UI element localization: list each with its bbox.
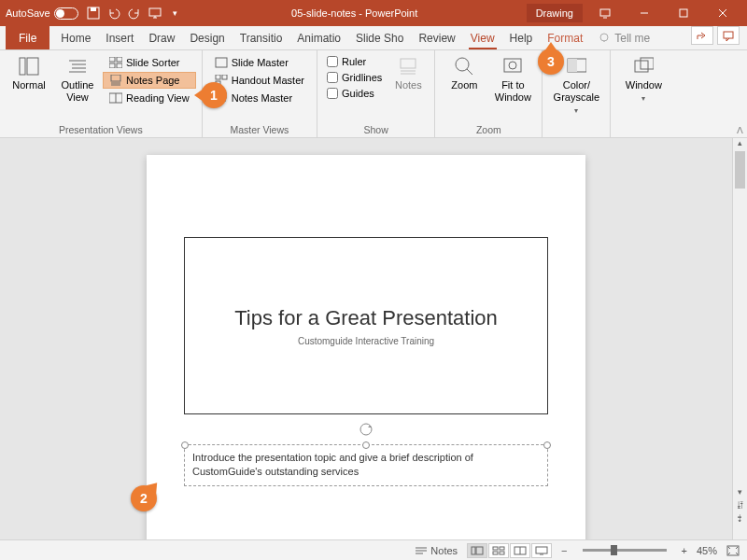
guides-checkbox[interactable]: Guides [323, 86, 386, 101]
rotate-handle-icon[interactable] [359, 422, 374, 437]
svg-rect-42 [641, 58, 654, 69]
slideshow-view-icon[interactable] [531, 543, 552, 558]
normal-view-icon[interactable] [467, 543, 487, 558]
quick-access-toolbar: ▾ [86, 6, 183, 21]
notes-page[interactable]: Tips for a Great Presentation Customguid… [147, 155, 585, 539]
ribbon-tabs: File Home Insert Draw Design Transitio A… [0, 26, 747, 50]
zoom-button[interactable]: Zoom [441, 52, 487, 122]
selection-handle[interactable] [543, 441, 551, 449]
selection-handle[interactable] [181, 441, 189, 449]
svg-rect-41 [635, 61, 648, 72]
chevron-down-icon: ▾ [574, 106, 578, 116]
tab-file[interactable]: File [6, 26, 49, 49]
notes-icon [416, 546, 427, 555]
workspace: Tips for a Great Presentation Customguid… [0, 138, 732, 539]
prev-slide-icon[interactable]: ⭿ [733, 500, 747, 513]
zoom-in-button[interactable]: + [682, 545, 687, 556]
tab-draw[interactable]: Draw [141, 26, 182, 49]
share-buttons [691, 26, 747, 49]
scroll-down-icon[interactable]: ▾ [733, 487, 747, 500]
svg-rect-37 [504, 59, 521, 72]
reading-view-button[interactable]: Reading View [103, 90, 196, 106]
tab-transitions[interactable]: Transitio [233, 26, 290, 49]
outline-view-icon [67, 56, 88, 77]
gridlines-checkbox[interactable]: Gridlines [323, 70, 386, 85]
tab-slideshow[interactable]: Slide Sho [348, 26, 411, 49]
svg-rect-17 [109, 57, 115, 62]
scrollbar-thumb[interactable] [735, 151, 745, 189]
ribbon-options-icon[interactable] [586, 0, 624, 26]
fit-to-window-button[interactable]: Fit to Window [489, 52, 536, 122]
zoom-level[interactable]: 45% [697, 545, 717, 556]
autosave-toggle[interactable]: AutoSave [6, 7, 78, 20]
tab-animations[interactable]: Animatio [289, 26, 348, 49]
notes-text-box[interactable]: Introduce the presentation topic and giv… [184, 444, 548, 486]
ribbon: Normal Outline View Slide Sorter Notes P… [0, 50, 747, 138]
ruler-checkbox[interactable]: Ruler [323, 54, 386, 69]
slide-sorter-icon [109, 57, 122, 68]
share-icon[interactable] [691, 26, 713, 45]
callout-2: 2 [131, 485, 157, 511]
tell-me-search[interactable]: Tell me [598, 26, 650, 49]
fit-window-icon [502, 56, 523, 77]
collapse-ribbon-icon[interactable]: ᐱ [737, 125, 743, 135]
qat-more-icon[interactable]: ▾ [168, 6, 183, 21]
zoom-out-button[interactable]: − [561, 545, 567, 556]
tab-view[interactable]: View [463, 26, 502, 49]
vertical-scrollbar[interactable]: ▴ ▾ ⭿ ⭽ [732, 138, 747, 539]
notes-page-button[interactable]: Notes Page [103, 72, 196, 89]
window-icon [633, 56, 654, 77]
sorter-view-icon[interactable] [488, 543, 509, 558]
tab-help[interactable]: Help [502, 26, 541, 49]
zoom-slider[interactable] [583, 549, 667, 552]
svg-rect-40 [568, 59, 577, 72]
titlebar: AutoSave ▾ 05-slide-notes - PowerPoint D… [0, 0, 747, 26]
comments-icon[interactable] [717, 26, 740, 45]
reading-view-icon[interactable] [510, 543, 530, 558]
normal-view-icon [19, 56, 39, 77]
selection-handle[interactable] [362, 441, 370, 449]
svg-rect-26 [216, 58, 227, 67]
svg-rect-21 [111, 75, 120, 81]
svg-rect-52 [500, 552, 504, 554]
undo-icon[interactable] [106, 6, 121, 21]
outline-view-button[interactable]: Outline View [54, 52, 101, 122]
tab-home[interactable]: Home [53, 26, 98, 49]
document-title: 05-slide-notes - PowerPoint [183, 7, 527, 19]
tab-design[interactable]: Design [182, 26, 232, 49]
close-icon[interactable] [704, 0, 741, 26]
normal-view-button[interactable]: Normal [6, 52, 52, 122]
autosave-label: AutoSave [6, 7, 50, 19]
status-bar: Notes − + 45% [0, 539, 747, 560]
save-icon[interactable] [86, 6, 101, 21]
svg-point-38 [509, 62, 516, 69]
slide-master-button[interactable]: Slide Master [208, 54, 311, 71]
redo-icon[interactable] [127, 6, 142, 21]
fit-to-window-icon[interactable] [726, 545, 740, 556]
svg-rect-55 [536, 547, 547, 553]
svg-rect-47 [472, 547, 475, 554]
scroll-up-icon[interactable]: ▴ [733, 138, 747, 151]
slide-thumbnail[interactable]: Tips for a Great Presentation Customguid… [184, 237, 548, 414]
notes-toggle[interactable]: Notes [416, 545, 458, 556]
drawing-mode-tab[interactable]: Drawing [527, 4, 583, 22]
svg-rect-18 [117, 57, 122, 62]
slide-title: Tips for a Great Presentation [234, 306, 498, 330]
tab-insert[interactable]: Insert [98, 26, 141, 49]
svg-point-43 [360, 424, 372, 435]
tab-review[interactable]: Review [411, 26, 462, 49]
svg-rect-28 [222, 75, 227, 79]
svg-rect-3 [600, 9, 610, 16]
zoom-slider-knob[interactable] [611, 545, 617, 555]
start-slideshow-icon[interactable] [148, 6, 162, 21]
slide-sorter-button[interactable]: Slide Sorter [103, 54, 196, 71]
window-button[interactable]: Window ▾ [616, 52, 670, 122]
lightbulb-icon [598, 32, 611, 45]
group-window: Window ▾ [611, 50, 676, 137]
minimize-icon[interactable] [626, 0, 663, 26]
notes-pane-button[interactable]: Notes [388, 52, 429, 122]
chevron-down-icon: ▾ [641, 94, 645, 104]
maximize-icon[interactable] [665, 0, 702, 26]
next-slide-icon[interactable]: ⭽ [733, 513, 747, 526]
svg-rect-32 [401, 59, 416, 68]
